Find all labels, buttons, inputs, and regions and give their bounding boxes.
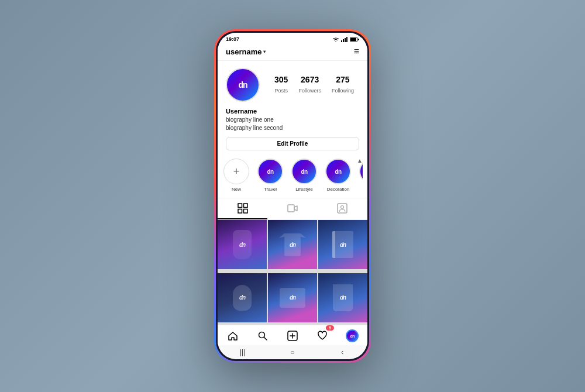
android-home-button[interactable]: ○ [285, 348, 300, 356]
highlight-travel-label: Travel [264, 187, 277, 192]
posts-count: 305 [274, 75, 288, 84]
grid-cell-4[interactable]: dn [218, 273, 267, 322]
highlight-lifestyle-text: dn [301, 169, 307, 175]
svg-rect-9 [238, 209, 242, 214]
content-tab-bar [218, 198, 367, 220]
product-image-card: dn [268, 273, 317, 322]
tab-tagged[interactable] [318, 198, 367, 219]
svg-rect-11 [288, 205, 294, 212]
following-count: 275 [332, 75, 354, 84]
profile-nav-avatar: dn [346, 329, 359, 342]
highlight-travel-circle: dn [257, 159, 283, 184]
followers-label: Followers [298, 88, 321, 94]
search-nav-button[interactable] [254, 329, 271, 343]
status-icons [332, 37, 359, 42]
following-label: Following [332, 88, 354, 94]
highlights-row: + New dn Travel dn [222, 159, 363, 193]
svg-rect-8 [243, 204, 247, 208]
profile-name: Username [226, 108, 359, 115]
android-back-button[interactable]: ‹ [335, 348, 349, 356]
highlight-lifestyle[interactable]: dn Lifestyle [290, 159, 318, 192]
product-image-socks: dn [218, 220, 267, 269]
username-nav-container[interactable]: username ▾ [226, 47, 266, 56]
nav-username: username [226, 47, 261, 56]
photo-grid: dn dn dn [218, 220, 367, 325]
highlight-lifestyle-circle: dn [291, 159, 317, 184]
profile-nav-initials: dn [350, 334, 355, 338]
phone-frame: 19:07 [214, 29, 371, 363]
grid-cell-2[interactable]: dn [268, 220, 317, 269]
svg-rect-0 [341, 40, 342, 42]
add-icon [287, 331, 298, 341]
profile-nav-button[interactable]: dn [344, 329, 360, 343]
svg-rect-2 [345, 38, 346, 42]
home-icon [228, 331, 238, 341]
product-image-bag: dn [318, 273, 367, 322]
android-nav: ||| ○ ‹ [218, 345, 367, 359]
avatar-container: dn [226, 68, 260, 102]
video-icon [287, 203, 298, 214]
grid-cell-6[interactable]: dn [318, 273, 367, 322]
highlight-travel[interactable]: dn Travel [256, 159, 284, 192]
heart-icon [317, 331, 328, 341]
highlight-new-label: New [232, 187, 241, 192]
phone-inner: 19:07 [216, 31, 369, 361]
profile-bio-line1: biography line one [226, 116, 359, 124]
tab-grid[interactable] [218, 198, 267, 219]
highlights-section: ▲ + New dn Travel [218, 155, 367, 198]
collapse-icon[interactable]: ▲ [357, 157, 363, 164]
heart-nav-button [314, 329, 331, 343]
svg-line-15 [264, 338, 267, 341]
stat-followers: 2673 Followers [298, 75, 321, 95]
chevron-down-icon: ▾ [263, 49, 266, 54]
search-icon [257, 331, 268, 341]
grid-icon [238, 203, 248, 214]
product-image-tshirt: dn [268, 220, 317, 269]
highlight-decoration-circle: dn [325, 159, 351, 184]
person-tag-icon [337, 203, 347, 214]
highlight-new[interactable]: + New [222, 159, 250, 192]
product-image-mouse: dn [218, 273, 267, 322]
profile-section: dn 305 Posts 2673 Followers [218, 61, 367, 155]
new-highlight-circle: + [223, 159, 249, 184]
highlight-decoration-text: dn [335, 169, 341, 175]
avatar: dn [226, 68, 260, 102]
heart-badge: 5 [326, 325, 334, 331]
svg-point-13 [341, 206, 344, 209]
edit-profile-button[interactable]: Edit Profile [226, 137, 359, 150]
grid-cell-3[interactable]: dn [318, 220, 367, 269]
posts-label: Posts [274, 88, 288, 94]
product-image-notebook: dn [318, 220, 367, 269]
svg-rect-5 [350, 38, 356, 41]
heart-nav-container[interactable]: 5 [314, 329, 331, 343]
android-recents-button[interactable]: ||| [236, 348, 250, 356]
add-nav-button[interactable] [284, 329, 301, 343]
profile-top: dn 305 Posts 2673 Followers [226, 68, 359, 102]
avatar-initials: dn [238, 80, 247, 90]
svg-rect-1 [343, 39, 344, 42]
stats-row: 305 Posts 2673 Followers 275 Following [269, 75, 359, 95]
bottom-nav: 5 dn [218, 325, 367, 345]
wifi-icon [332, 37, 339, 42]
phone-mockup: 19:07 [214, 29, 371, 363]
svg-rect-6 [358, 39, 359, 40]
profile-bio-line2: biography line second [226, 124, 359, 132]
signal-icon [341, 37, 348, 42]
hamburger-icon[interactable]: ≡ [354, 46, 359, 57]
tab-video[interactable] [267, 198, 317, 219]
highlight-decoration[interactable]: dn Decoration [324, 159, 352, 192]
home-nav-button[interactable] [225, 329, 241, 343]
top-nav: username ▾ ≡ [218, 44, 367, 61]
grid-cell-5[interactable]: dn [268, 273, 317, 322]
status-bar: 19:07 [218, 33, 367, 44]
highlight-decoration-label: Decoration [327, 187, 350, 192]
followers-count: 2673 [298, 75, 321, 84]
status-time: 19:07 [226, 36, 239, 42]
highlight-travel-text: dn [267, 169, 273, 175]
svg-rect-3 [346, 37, 347, 42]
stat-following: 275 Following [332, 75, 354, 95]
svg-rect-10 [243, 209, 247, 214]
highlight-lifestyle-label: Lifestyle [295, 187, 312, 192]
battery-icon [350, 37, 359, 42]
grid-cell-1[interactable]: dn [218, 220, 267, 269]
